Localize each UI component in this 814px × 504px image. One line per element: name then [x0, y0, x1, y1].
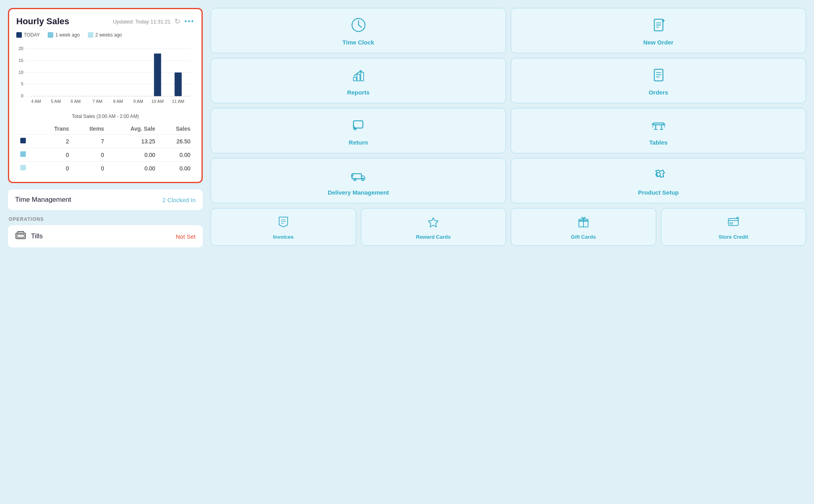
sales-meta: Updated: Today 11:31:21 ↻ ••• [113, 17, 194, 26]
legend-dot-today [16, 32, 22, 38]
refresh-icon[interactable]: ↻ [174, 17, 180, 26]
svg-text:10: 10 [19, 70, 23, 75]
row-items-2weeks: 0 [73, 162, 108, 175]
time-clock-button[interactable]: Time Clock [211, 8, 506, 53]
orders-button[interactable]: Orders [511, 58, 806, 103]
orders-label: Orders [649, 89, 668, 96]
legend-label-today: TODAY [24, 32, 40, 38]
svg-text:6 AM: 6 AM [71, 99, 81, 104]
svg-rect-10 [154, 54, 161, 97]
bar-chart: 20 15 10 5 0 [16, 42, 194, 111]
invoices-button[interactable]: Invoices [211, 208, 356, 246]
svg-rect-53 [352, 174, 361, 179]
return-icon [351, 117, 366, 135]
tills-left: Tills [15, 231, 43, 242]
delivery-management-button[interactable]: Delivery Management [211, 158, 506, 203]
legend-dot-2weeks [88, 32, 93, 38]
left-panel: Hourly Sales Updated: Today 11:31:21 ↻ •… [8, 8, 203, 496]
reward-cards-button[interactable]: Reward Cards [361, 208, 506, 246]
reports-label: Reports [347, 89, 370, 96]
operations-label: OPERATIONS [8, 216, 203, 222]
row-trans-2weeks: 0 [37, 162, 73, 175]
time-mgmt-label: Time Management [15, 196, 71, 204]
time-clock-icon [351, 17, 366, 35]
col-color [16, 123, 37, 135]
row-sales-today: 26.50 [159, 135, 194, 148]
product-setup-icon [651, 167, 667, 185]
right-panel: Time Clock New Order [211, 8, 806, 496]
row-trans-today: 2 [37, 135, 73, 148]
svg-text:0: 0 [21, 93, 23, 98]
col-trans: Trans [37, 123, 73, 135]
main-layout: Hourly Sales Updated: Today 11:31:21 ↻ •… [0, 0, 814, 504]
tables-icon [651, 117, 667, 135]
invoices-label: Invoices [273, 234, 294, 240]
row-trans-1week: 0 [37, 148, 73, 162]
svg-rect-67 [730, 223, 733, 224]
nav-row-2: Reports Orders [211, 58, 806, 103]
legend-2weeks: 2 weeks ago [88, 32, 122, 38]
legend-dot-1week [48, 32, 53, 38]
legend-label-1week: 1 week ago [55, 32, 79, 38]
row-color-2weeks [16, 162, 37, 175]
delivery-label: Delivery Management [328, 189, 389, 196]
svg-text:5 AM: 5 AM [51, 99, 61, 104]
sales-header: Hourly Sales Updated: Today 11:31:21 ↻ •… [16, 16, 194, 27]
updated-label: Updated: Today 11:31:21 [113, 19, 171, 25]
gift-cards-label: Gift Cards [571, 234, 596, 240]
reward-cards-icon [427, 216, 440, 230]
svg-text:20: 20 [19, 46, 23, 51]
tills-label: Tills [31, 232, 43, 240]
chart-legend: TODAY 1 week ago 2 weeks ago [16, 32, 194, 38]
nav-row-5: Invoices Reward Cards [211, 208, 806, 246]
svg-text:10 AM: 10 AM [151, 99, 164, 104]
tables-button[interactable]: Tables [511, 108, 806, 153]
row-avg-2weeks: 0.00 [108, 162, 159, 175]
gift-cards-icon [577, 216, 590, 230]
return-button[interactable]: Return [211, 108, 506, 153]
new-order-label: New Order [643, 39, 674, 46]
svg-text:5: 5 [21, 81, 23, 86]
col-items: Items [73, 123, 108, 135]
svg-line-29 [359, 25, 361, 27]
sales-data-table: Trans Items Avg. Sale Sales 2 7 13.25 26… [16, 123, 194, 175]
svg-rect-43 [353, 121, 363, 128]
col-sales: Sales [159, 123, 194, 135]
tills-icon [15, 231, 26, 242]
orders-icon [651, 67, 667, 85]
gift-cards-button[interactable]: Gift Cards [511, 208, 656, 246]
time-management-card[interactable]: Time Management 2 Clocked In [8, 189, 203, 210]
nav-row-4: Delivery Management Product Setup [211, 158, 806, 203]
return-label: Return [349, 139, 368, 146]
legend-1week: 1 week ago [48, 32, 79, 38]
svg-rect-22 [17, 234, 24, 238]
svg-point-54 [354, 178, 356, 180]
svg-rect-44 [653, 123, 663, 125]
svg-rect-65 [729, 218, 738, 226]
new-order-icon [651, 17, 667, 35]
svg-rect-11 [174, 73, 182, 97]
svg-text:9 AM: 9 AM [133, 99, 143, 104]
store-credit-icon [727, 216, 740, 230]
store-credit-button[interactable]: Store Credit [661, 208, 806, 246]
col-avg-sale: Avg. Sale [108, 123, 159, 135]
new-order-button[interactable]: New Order [511, 8, 806, 53]
legend-label-2weeks: 2 weeks ago [95, 32, 122, 38]
product-setup-button[interactable]: Product Setup [511, 158, 806, 203]
row-items-today: 7 [73, 135, 108, 148]
tills-status: Not Set [176, 233, 196, 240]
reward-cards-label: Reward Cards [416, 234, 451, 240]
reports-button[interactable]: Reports [211, 58, 506, 103]
store-credit-label: Store Credit [719, 234, 748, 240]
tills-card[interactable]: Tills Not Set [8, 225, 203, 247]
svg-text:7 AM: 7 AM [93, 99, 103, 104]
svg-rect-37 [357, 74, 360, 81]
more-options-icon[interactable]: ••• [184, 17, 194, 26]
table-row: 0 0 0.00 0.00 [16, 162, 194, 175]
table-header-row: Trans Items Avg. Sale Sales [16, 123, 194, 135]
svg-rect-36 [353, 77, 356, 81]
clocked-in-status: 2 Clocked In [163, 197, 196, 203]
row-color-today [16, 135, 37, 148]
row-avg-today: 13.25 [108, 135, 159, 148]
svg-rect-38 [360, 72, 363, 81]
